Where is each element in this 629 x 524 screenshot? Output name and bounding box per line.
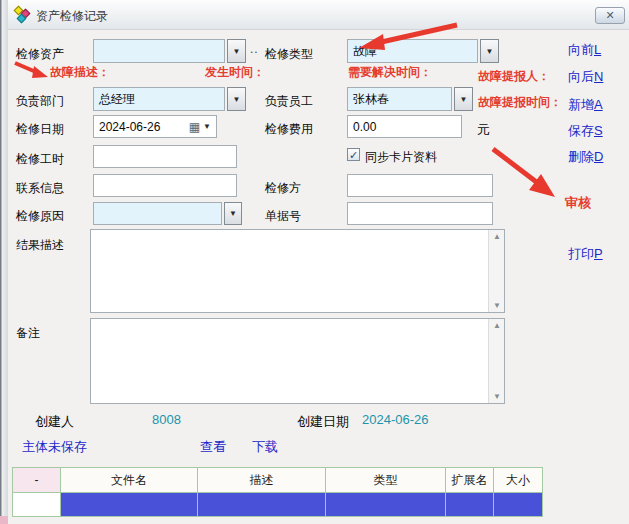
date-label: 检修日期: [16, 121, 64, 138]
remark-textarea[interactable]: [91, 319, 488, 403]
contact-label: 联系信息: [16, 180, 64, 197]
audit-button[interactable]: 审核: [565, 194, 591, 212]
scroll-down-icon[interactable]: ▼: [489, 392, 505, 401]
attachments-table: - 文件名 描述 类型 扩展名 大小: [12, 467, 543, 517]
repairer-label: 检修方: [265, 180, 301, 197]
cost-label: 检修费用: [265, 121, 313, 138]
window-left-border: [0, 0, 8, 524]
remark-label: 备注: [16, 325, 40, 342]
column-header-size[interactable]: 大小: [494, 468, 542, 492]
type-combo[interactable]: 故障: [347, 39, 478, 63]
date-value: 2024-06-26: [99, 120, 160, 134]
employee-combo-arrow-icon[interactable]: ▼: [454, 87, 473, 111]
calendar-icon[interactable]: ▦: [189, 120, 200, 134]
window-corner-fragment: [0, 516, 8, 524]
next-button[interactable]: 向后N: [568, 68, 603, 86]
cost-input[interactable]: [347, 115, 462, 138]
asset-combo[interactable]: [93, 39, 225, 63]
column-header[interactable]: -: [13, 468, 61, 492]
dept-value: 总经理: [99, 91, 135, 108]
dept-combo[interactable]: 总经理: [93, 87, 225, 111]
employee-label: 负责员工: [265, 93, 313, 110]
creator-label: 创建人: [35, 413, 74, 431]
reason-combo[interactable]: [93, 202, 222, 225]
date-dropdown-icon[interactable]: ▼: [203, 122, 211, 131]
close-icon[interactable]: ✕: [595, 7, 625, 24]
app-diamonds-icon: [14, 6, 32, 24]
hours-label: 检修工时: [16, 151, 64, 168]
remark-textarea-wrap: ▲ ▼: [90, 318, 505, 404]
window-title: 资产检修记录: [36, 8, 108, 25]
reporter-annotation: 故障提报人：: [478, 68, 550, 85]
delete-button[interactable]: 删除D: [568, 148, 603, 166]
scroll-up-icon[interactable]: ▲: [489, 321, 505, 330]
type-combo-arrow-icon[interactable]: ▼: [480, 39, 499, 63]
reason-label: 检修原因: [16, 208, 64, 225]
created-date-value: 2024-06-26: [362, 412, 429, 427]
asset-browse-dots[interactable]: ..: [250, 42, 259, 56]
occur-time-annotation: 发生时间：: [205, 64, 265, 81]
contact-input[interactable]: [93, 174, 237, 197]
check-icon: ✓: [349, 149, 358, 161]
need-solve-time-annotation: 需要解决时间：: [348, 64, 432, 81]
repairer-input[interactable]: [347, 174, 493, 197]
result-label: 结果描述: [16, 237, 64, 254]
result-textarea[interactable]: [91, 230, 488, 312]
title-bar[interactable]: 资产检修记录 ✕: [8, 0, 629, 30]
fault-desc-annotation: 故障描述：: [50, 64, 110, 81]
sync-checkbox-label[interactable]: 同步卡片资料: [365, 149, 437, 166]
date-picker[interactable]: 2024-06-26 ▦ ▼: [93, 115, 217, 138]
asset-label: 检修资产: [16, 46, 64, 63]
attachments-header-row: - 文件名 描述 类型 扩展名 大小: [13, 468, 542, 492]
remark-scrollbar[interactable]: ▲ ▼: [488, 319, 504, 403]
cost-unit-label: 元: [477, 121, 490, 139]
creator-value: 8008: [152, 412, 181, 427]
prev-button[interactable]: 向前L: [568, 41, 601, 59]
column-header-extension[interactable]: 扩展名: [446, 468, 494, 492]
download-button[interactable]: 下载: [252, 438, 278, 456]
print-button[interactable]: 打印P: [568, 245, 603, 263]
save-button[interactable]: 保存S: [568, 122, 603, 140]
column-header-filename[interactable]: 文件名: [61, 468, 198, 492]
table-row-selected[interactable]: [13, 492, 542, 516]
result-textarea-wrap: ▲ ▼: [90, 229, 505, 313]
unsaved-status: 主体未保存: [22, 438, 87, 456]
scroll-down-icon[interactable]: ▼: [489, 301, 505, 310]
dept-combo-arrow-icon[interactable]: ▼: [227, 87, 246, 111]
scroll-up-icon[interactable]: ▲: [489, 232, 505, 241]
reason-combo-arrow-icon[interactable]: ▼: [224, 202, 242, 225]
column-header-description[interactable]: 描述: [198, 468, 326, 492]
red-arrow-annotation-faultdesc: [12, 60, 52, 82]
employee-value: 张林春: [353, 91, 389, 108]
type-label: 检修类型: [265, 46, 313, 63]
result-scrollbar[interactable]: ▲ ▼: [488, 230, 504, 312]
add-button[interactable]: 新增A: [568, 96, 603, 114]
type-value: 故障: [353, 43, 377, 60]
hours-input[interactable]: [93, 145, 237, 168]
doc-no-label: 单据号: [265, 208, 301, 225]
asset-maintenance-dialog: 资产检修记录 ✕ 检修资产 ▼ .. 检修类型 故障 ▼ 故障描述： 发生时间：…: [0, 0, 629, 524]
dept-label: 负责部门: [16, 93, 64, 110]
doc-no-input[interactable]: [347, 202, 493, 225]
sync-checkbox[interactable]: ✓: [347, 148, 360, 161]
column-header-type[interactable]: 类型: [326, 468, 446, 492]
red-arrow-annotation-audit: [483, 142, 567, 206]
created-date-label: 创建日期: [297, 413, 349, 431]
report-time-annotation: 故障提报时间：: [478, 94, 562, 111]
employee-combo[interactable]: 张林春: [347, 87, 452, 111]
asset-combo-arrow-icon[interactable]: ▼: [227, 39, 246, 63]
view-button[interactable]: 查看: [200, 438, 226, 456]
